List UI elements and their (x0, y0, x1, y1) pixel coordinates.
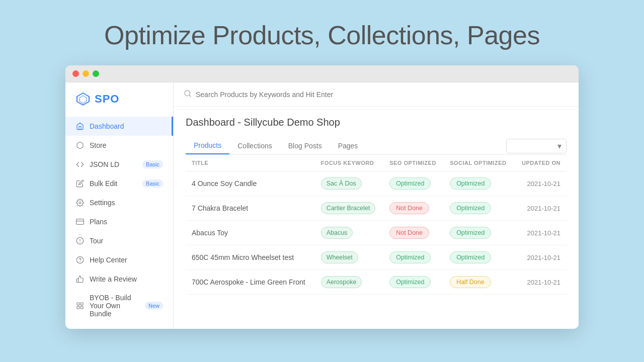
cell-updated: 2021-10-21 (514, 245, 567, 270)
spo-logo-icon (75, 92, 91, 107)
svg-rect-10 (77, 303, 79, 305)
dashboard-title: Dashboard - Sillycube Demo Shop (186, 117, 567, 128)
cell-updated: 2021-10-21 (514, 171, 567, 196)
col-focus-keyword: FOCUS KEYWORD (315, 155, 384, 171)
bulk-edit-badge: Basic (142, 179, 163, 188)
cell-title: Abacus Toy (186, 221, 315, 245)
sidebar-item-tour-label: Tour (90, 237, 163, 245)
sidebar-item-dashboard[interactable]: Dashboard (65, 117, 173, 136)
sidebar-item-plans[interactable]: Plans (65, 212, 173, 231)
sidebar-item-byob-label: BYOB - Build Your Own Bundle (90, 294, 140, 318)
sidebar-item-write-review[interactable]: Write a Review (65, 269, 173, 289)
browser-bar (65, 65, 579, 82)
cell-title: 7 Chakra Bracelet (186, 196, 315, 221)
cell-focus-keyword: Wheelset (315, 245, 384, 270)
page-heading: Optimize Products, Collections, Pages (104, 20, 540, 50)
app-layout: SPO Dashboard Store (65, 82, 579, 329)
col-social-optimized: SOCIAL OPTIMIZED (444, 155, 514, 171)
sidebar-nav: Dashboard Store JSON LD Basic (65, 115, 173, 325)
cell-seo-status: Optimized (383, 270, 444, 295)
window-minimize-dot[interactable] (83, 70, 89, 77)
box-icon (75, 141, 85, 150)
cell-focus-keyword: Abacus (315, 221, 384, 245)
cell-updated: 2021-10-21 (514, 221, 567, 245)
sidebar-item-dashboard-label: Dashboard (90, 122, 162, 130)
table-row[interactable]: 650C 45mm Micro Wheelset test Wheelset O… (186, 245, 567, 270)
cell-title: 4 Ounce Soy Candle (186, 171, 315, 196)
window-close-dot[interactable] (72, 70, 79, 77)
sidebar-item-bulk-edit[interactable]: Bulk Edit Basic (65, 174, 173, 193)
credit-card-icon (75, 217, 85, 226)
main-content: Dashboard - Sillycube Demo Shop Products… (174, 82, 579, 329)
filter-select[interactable]: Optimized Not Done Half Done (506, 139, 567, 153)
svg-rect-13 (77, 306, 79, 309)
col-updated-on: UPDATED ON (514, 155, 567, 171)
search-input[interactable] (196, 90, 569, 99)
sidebar-item-plans-label: Plans (90, 218, 163, 226)
tabs-row: Products Collections Blog Posts Pages Op… (186, 137, 567, 155)
cell-focus-keyword: Aerospoke (315, 270, 384, 295)
svg-rect-3 (76, 219, 84, 225)
tab-products[interactable]: Products (186, 137, 229, 154)
help-icon (75, 255, 85, 264)
byob-badge: New (145, 302, 163, 310)
search-icon (184, 89, 192, 99)
filter-wrapper: Optimized Not Done Half Done (506, 139, 567, 153)
browser-window: SPO Dashboard Store (65, 65, 579, 329)
svg-point-8 (76, 256, 83, 263)
cell-updated: 2021-10-21 (514, 270, 567, 295)
sidebar-item-store[interactable]: Store (65, 136, 173, 155)
sidebar-logo: SPO (65, 82, 173, 115)
cell-title: 650C 45mm Micro Wheelset test (186, 245, 315, 270)
json-ld-badge: Basic (142, 160, 163, 168)
col-seo-optimized: SEO OPTIMIZED (383, 155, 444, 171)
sidebar: SPO Dashboard Store (65, 82, 174, 329)
cell-social-status: Optimized (444, 171, 514, 196)
cell-updated: 2021-10-21 (514, 196, 567, 221)
col-title: TITLE (186, 155, 315, 171)
sidebar-logo-text: SPO (95, 93, 119, 106)
cell-seo-status: Optimized (383, 245, 444, 270)
sidebar-item-write-review-label: Write a Review (90, 275, 163, 283)
svg-line-15 (189, 95, 191, 97)
info-icon (75, 236, 85, 245)
thumb-up-icon (75, 275, 85, 284)
sidebar-item-store-label: Store (90, 141, 163, 149)
sidebar-item-tour[interactable]: Tour (65, 231, 173, 250)
tab-blog-posts[interactable]: Blog Posts (280, 138, 330, 154)
sidebar-item-settings-label: Settings (90, 199, 163, 207)
table-row[interactable]: 7 Chakra Bracelet Cartier Bracelet Not D… (186, 196, 567, 221)
svg-marker-1 (79, 96, 87, 104)
cell-title: 700C Aerospoke - Lime Green Front (186, 270, 315, 295)
products-table-wrapper: TITLE FOCUS KEYWORD SEO OPTIMIZED SOCIAL… (186, 155, 567, 329)
grid-icon (75, 301, 85, 310)
sidebar-item-byob[interactable]: BYOB - Build Your Own Bundle New (65, 289, 173, 323)
sidebar-item-json-ld[interactable]: JSON LD Basic (65, 155, 173, 174)
search-bar (174, 82, 579, 107)
content-area: Dashboard - Sillycube Demo Shop Products… (174, 107, 579, 329)
code-icon (75, 160, 85, 169)
svg-rect-12 (80, 306, 83, 309)
sidebar-item-help-center-label: Help Center (90, 256, 163, 264)
sidebar-item-settings[interactable]: Settings (65, 193, 173, 212)
cell-seo-status: Optimized (383, 171, 444, 196)
sidebar-item-json-ld-label: JSON LD (90, 160, 137, 168)
cell-focus-keyword: Cartier Bracelet (315, 196, 384, 221)
svg-rect-11 (80, 303, 83, 305)
table-row[interactable]: Abacus Toy Abacus Not Done Optimized 202… (186, 221, 567, 245)
cell-social-status: Optimized (444, 245, 514, 270)
cell-social-status: Optimized (444, 221, 514, 245)
home-icon (75, 122, 85, 131)
window-maximize-dot[interactable] (93, 70, 99, 77)
cell-social-status: Optimized (444, 196, 514, 221)
sidebar-item-bulk-edit-label: Bulk Edit (90, 179, 137, 188)
table-row[interactable]: 4 Ounce Soy Candle Sac À Dos Optimized O… (186, 171, 567, 196)
svg-point-2 (79, 202, 81, 204)
cell-social-status: Half Done (444, 270, 514, 295)
tab-pages[interactable]: Pages (330, 138, 366, 154)
products-table: TITLE FOCUS KEYWORD SEO OPTIMIZED SOCIAL… (186, 155, 567, 295)
sidebar-item-help-center[interactable]: Help Center (65, 250, 173, 269)
table-row[interactable]: 700C Aerospoke - Lime Green Front Aerosp… (186, 270, 567, 295)
cell-focus-keyword: Sac À Dos (315, 171, 384, 196)
tab-collections[interactable]: Collections (229, 138, 280, 154)
